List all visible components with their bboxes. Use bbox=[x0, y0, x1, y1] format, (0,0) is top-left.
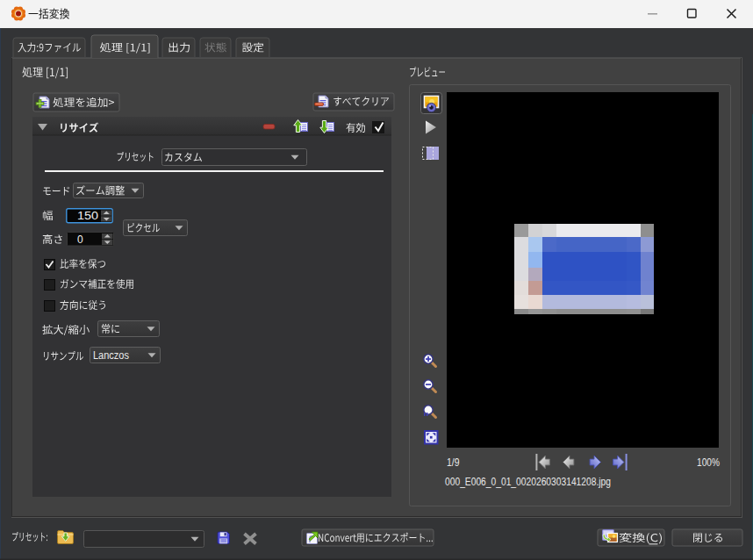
svg-text:100%: 100% bbox=[697, 456, 720, 469]
svg-text:000_E006_0_01_0020260303141208: 000_E006_0_01_0020260303141208.jpg bbox=[445, 476, 611, 488]
svg-text:Lanczos: Lanczos bbox=[93, 349, 129, 362]
svg-text:0: 0 bbox=[77, 233, 83, 246]
svg-text:150: 150 bbox=[77, 210, 98, 222]
svg-text:1/9: 1/9 bbox=[447, 456, 460, 469]
